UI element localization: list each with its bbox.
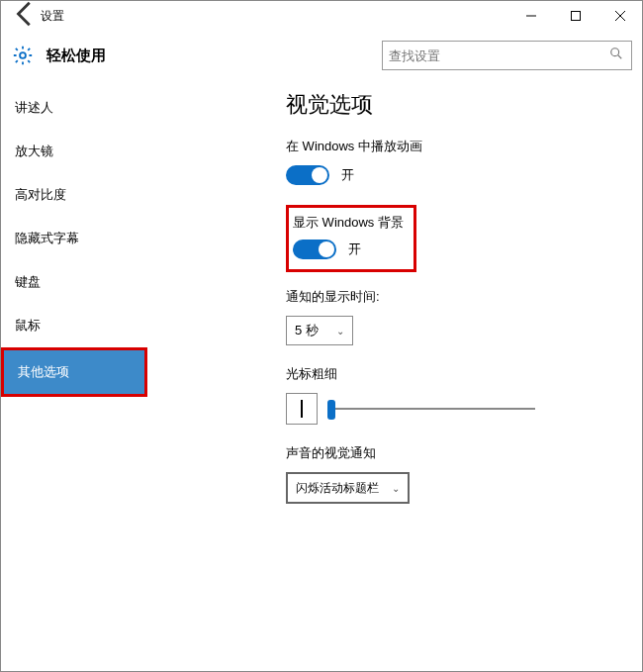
sidebar-item-label: 其他选项 <box>18 363 69 381</box>
close-button[interactable] <box>597 1 642 31</box>
sidebar-item-mouse[interactable]: 鼠标 <box>1 304 268 347</box>
content: 视觉选项 在 Windows 中播放动画 开 显示 Windows 背景 开 通… <box>268 80 642 671</box>
content-heading: 视觉选项 <box>286 90 620 120</box>
group-cursor: 光标粗细 <box>286 365 620 425</box>
svg-point-5 <box>611 48 619 56</box>
gear-icon <box>11 44 35 67</box>
toggle-animations[interactable] <box>286 165 329 185</box>
select-sound-visual[interactable]: 闪烁活动标题栏 ⌄ <box>286 472 410 504</box>
sidebar-item-magnifier[interactable]: 放大镜 <box>1 130 268 173</box>
label-sound-visual: 声音的视觉通知 <box>286 444 620 462</box>
svg-line-6 <box>618 55 622 59</box>
group-notify-time: 通知的显示时间: 5 秒 ⌄ <box>286 288 620 345</box>
cursor-preview <box>286 393 318 425</box>
group-sound-visual: 声音的视觉通知 闪烁活动标题栏 ⌄ <box>286 444 620 504</box>
label-cursor: 光标粗细 <box>286 365 620 383</box>
label-animations: 在 Windows 中播放动画 <box>286 138 620 155</box>
header: 轻松使用 <box>1 31 642 80</box>
chevron-down-icon: ⌄ <box>336 326 344 336</box>
select-sound-visual-value: 闪烁活动标题栏 <box>296 480 379 497</box>
slider-cursor-thickness[interactable] <box>327 397 535 421</box>
sidebar-item-narrator[interactable]: 讲述人 <box>1 86 268 130</box>
search-icon[interactable] <box>609 47 625 64</box>
label-background: 显示 Windows 背景 <box>293 214 404 232</box>
svg-point-4 <box>20 52 26 58</box>
page-title: 轻松使用 <box>46 47 106 65</box>
sidebar-item-label: 键盘 <box>15 273 41 291</box>
sidebar-item-other-options[interactable]: 其他选项 <box>4 350 144 394</box>
slider-thumb[interactable] <box>327 400 335 420</box>
toggle-background-state: 开 <box>348 240 361 258</box>
sidebar-item-closed-captions[interactable]: 隐藏式字幕 <box>1 217 268 260</box>
sidebar-item-high-contrast[interactable]: 高对比度 <box>1 173 268 217</box>
toggle-background[interactable] <box>293 240 336 259</box>
window-controls <box>508 1 642 31</box>
search-box[interactable] <box>382 41 632 70</box>
chevron-down-icon: ⌄ <box>392 483 400 494</box>
highlight-box-background: 显示 Windows 背景 开 <box>286 205 416 272</box>
titlebar: 设置 <box>1 1 642 31</box>
select-notify-time-value: 5 秒 <box>295 322 319 339</box>
sidebar-item-label: 隐藏式字幕 <box>15 230 79 247</box>
window-title: 设置 <box>41 8 64 25</box>
highlight-box-sidebar: 其他选项 <box>1 347 147 397</box>
sidebar-item-label: 放大镜 <box>15 143 53 160</box>
sidebar-item-keyboard[interactable]: 键盘 <box>1 260 268 304</box>
svg-rect-1 <box>571 12 580 21</box>
sidebar-item-label: 鼠标 <box>15 317 41 335</box>
maximize-button[interactable] <box>553 1 597 31</box>
label-notify-time: 通知的显示时间: <box>286 288 620 306</box>
back-button[interactable] <box>11 0 41 33</box>
minimize-button[interactable] <box>508 1 553 31</box>
sidebar-item-label: 高对比度 <box>15 186 66 204</box>
sidebar-item-label: 讲述人 <box>15 99 53 117</box>
group-animations: 在 Windows 中播放动画 开 <box>286 138 620 185</box>
select-notify-time[interactable]: 5 秒 ⌄ <box>286 316 353 345</box>
search-input[interactable] <box>389 48 609 63</box>
toggle-animations-state: 开 <box>341 166 354 184</box>
sidebar: 讲述人 放大镜 高对比度 隐藏式字幕 键盘 鼠标 其他选项 <box>1 80 268 671</box>
